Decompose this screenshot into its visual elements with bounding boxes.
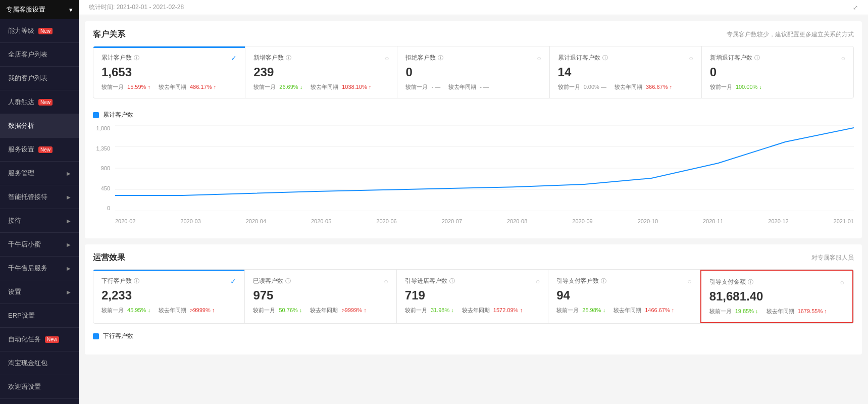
op-legend-label: 下行客户数 xyxy=(103,332,133,340)
arrow-icon-reception: ▶ xyxy=(67,218,71,224)
sidebar-item-after-sales[interactable]: 千牛售后服务▶ xyxy=(0,257,79,280)
x-label: 2020-11 xyxy=(703,218,723,224)
x-label: 2020-03 xyxy=(180,218,200,224)
arrow-icon-service-mgmt: ▶ xyxy=(67,171,71,176)
sidebar-item-label-ability: 能力等级New xyxy=(8,26,53,35)
sidebar-item-reach[interactable]: 人群触达New xyxy=(0,90,79,114)
sidebar-item-welcome[interactable]: 欢迎语设置 xyxy=(0,375,79,399)
sidebar: 专属客服设置 ▾ 能力等级New全店客户列表我的客户列表人群触达New数据分析服… xyxy=(0,0,79,404)
stat-card-cumulative[interactable]: 累计客户数ⓘ✓1,653较前一月 15.59% ↑较去年同期 486.17% ↑ xyxy=(93,46,245,98)
stat-card-new-unsub[interactable]: 新增退订客户数ⓘ○0较前一月 100.00% ↓ xyxy=(702,46,853,98)
info-icon-guided-pay-customers: ⓘ xyxy=(601,277,606,285)
x-label: 2020-06 xyxy=(376,218,396,224)
compare-month-rejected: 较前一月 - — xyxy=(405,83,440,91)
compare-year-sent-customers: 较去年同期 >9999% ↑ xyxy=(159,307,215,314)
stat-value-new: 239 xyxy=(253,65,389,79)
stat-circle-guided-pay-amount: ○ xyxy=(840,278,844,286)
badge-new-reach: New xyxy=(38,99,53,106)
compare-month-read-customers: 较前一月 50.76% ↓ xyxy=(253,307,302,314)
customer-relation-header: 客户关系 专属客户数较少，建议配置更多建立关系的方式 xyxy=(93,29,854,40)
stat-label-guided-enter: 引导进店客户数ⓘ xyxy=(405,277,455,285)
chart-plot xyxy=(115,125,854,211)
stat-label-rejected: 拒绝客户数ⓘ xyxy=(405,54,443,62)
sidebar-item-smart-host[interactable]: 智能托管接待▶ xyxy=(0,185,79,209)
legend-dot xyxy=(93,112,99,118)
sidebar-item-qianniu-bee[interactable]: 千牛店小蜜▶ xyxy=(0,233,79,257)
stat-circle-read-customers: ○ xyxy=(384,277,388,285)
sidebar-item-service-mgmt[interactable]: 服务管理▶ xyxy=(0,162,79,185)
stat-check-sent-customers: ✓ xyxy=(230,277,236,285)
op-legend-dot xyxy=(93,333,99,339)
sidebar-item-label-all-customers: 全店客户列表 xyxy=(8,50,47,59)
sidebar-item-data-analysis[interactable]: 数据分析 xyxy=(0,114,79,138)
stat-label-guided-pay-amount: 引导支付金额ⓘ xyxy=(709,278,753,286)
stat-value-guided-enter: 719 xyxy=(405,288,540,302)
stat-label-new-unsub: 新增退订客户数ⓘ xyxy=(710,54,760,62)
compare-year-cumulative-unsub: 较去年同期 366.67% ↑ xyxy=(615,83,672,91)
stat-card-guided-pay-customers[interactable]: 引导支付客户数ⓘ○94较前一月 25.98% ↓较去年同期 1466.67% ↑ xyxy=(548,270,700,323)
info-icon-sent-customers: ⓘ xyxy=(134,277,139,285)
sidebar-item-my-customers[interactable]: 我的客户列表 xyxy=(0,67,79,90)
stat-circle-new-unsub: ○ xyxy=(841,54,845,62)
chart-legend: 累计客户数 xyxy=(93,111,854,119)
stat-label-guided-pay-customers: 引导支付客户数ⓘ xyxy=(556,277,606,285)
stat-card-read-customers[interactable]: 已读客户数ⓘ○975较前一月 50.76% ↓较去年同期 >9999% ↑ xyxy=(245,270,396,323)
stat-card-sent-customers[interactable]: 下行客户数ⓘ✓2,233较前一月 45.95% ↓较去年同期 >9999% ↑ xyxy=(93,270,245,323)
stat-value-guided-pay-amount: 81,681.40 xyxy=(709,289,844,304)
sidebar-item-label-auto-tasks: 自动化任务New xyxy=(8,335,59,344)
operation-effect-section: 运营效果 对专属客服人员 下行客户数ⓘ✓2,233较前一月 45.95% ↓较去… xyxy=(85,244,862,355)
arrow-icon-settings: ▶ xyxy=(67,289,71,295)
line-chart-svg xyxy=(115,125,854,211)
x-label: 2020-05 xyxy=(311,218,331,224)
stat-card-cumulative-unsub[interactable]: 累计退订客户数ⓘ○14较前一月 0.00% —较去年同期 366.67% ↑ xyxy=(550,46,702,98)
stat-card-guided-enter[interactable]: 引导进店客户数ⓘ○719较前一月 31.98% ↓较去年同期 1572.09% … xyxy=(397,270,548,323)
sidebar-item-service-settings[interactable]: 服务设置New xyxy=(0,138,79,162)
date-range: 统计时间: 2021-02-01 - 2021-02-28 xyxy=(89,3,184,12)
y-label: 0 xyxy=(107,205,110,211)
x-label: 2021-01 xyxy=(834,218,854,224)
arrow-icon-after-sales: ▶ xyxy=(67,266,71,271)
stat-value-sent-customers: 2,233 xyxy=(101,288,236,302)
compare-year-read-customers: 较去年同期 >9999% ↑ xyxy=(310,307,366,314)
operation-effect-title: 运营效果 xyxy=(93,252,125,263)
x-label: 2020-12 xyxy=(768,218,788,224)
compare-month-new: 较前一月 26.69% ↓ xyxy=(253,83,302,91)
sidebar-item-reception[interactable]: 接待▶ xyxy=(0,209,79,233)
compare-year-guided-pay-amount: 较去年同期 1679.55% ↑ xyxy=(767,308,827,315)
x-label: 2020-10 xyxy=(638,218,658,224)
customer-relation-section: 客户关系 专属客户数较少，建议配置更多建立关系的方式 累计客户数ⓘ✓1,653较… xyxy=(85,21,862,238)
sidebar-item-hongbao[interactable]: 淘宝现金红包 xyxy=(0,351,79,375)
sidebar-item-erp[interactable]: ERP设置 xyxy=(0,304,79,328)
compare-month-sent-customers: 较前一月 45.95% ↓ xyxy=(101,307,150,314)
sidebar-item-label-service-mgmt: 服务管理 xyxy=(8,169,34,178)
sidebar-collapse-icon[interactable]: ▾ xyxy=(69,6,73,14)
sidebar-header[interactable]: 专属客服设置 ▾ xyxy=(0,0,79,19)
stat-circle-guided-pay-customers: ○ xyxy=(687,277,691,285)
stat-value-new-unsub: 0 xyxy=(710,65,845,79)
stat-value-cumulative-unsub: 14 xyxy=(558,65,693,79)
main-content: 统计时间: 2021-02-01 - 2021-02-28 ⤢ 客户关系 专属客… xyxy=(79,0,868,404)
info-icon-new-unsub: ⓘ xyxy=(754,54,760,62)
stat-circle-cumulative-unsub: ○ xyxy=(689,54,693,62)
stat-card-rejected[interactable]: 拒绝客户数ⓘ○0较前一月 - —较去年同期 - — xyxy=(397,46,549,98)
stat-value-read-customers: 975 xyxy=(253,288,388,302)
customer-relation-chart-area: 累计客户数 1,8001,3509004500 xyxy=(93,107,854,230)
topbar-expand-icon[interactable]: ⤢ xyxy=(853,4,858,11)
sidebar-item-settings[interactable]: 设置▶ xyxy=(0,280,79,304)
y-label: 900 xyxy=(101,165,110,171)
sidebar-item-label-qianniu-bee: 千牛店小蜜 xyxy=(8,240,41,249)
compare-year-cumulative: 较去年同期 486.17% ↑ xyxy=(159,83,216,91)
stat-card-guided-pay-amount[interactable]: 引导支付金额ⓘ○81,681.40较前一月 19.85% ↓较去年同期 1679… xyxy=(700,270,853,323)
stat-card-new[interactable]: 新增客户数ⓘ○239较前一月 26.69% ↓较去年同期 1038.10% ↑ xyxy=(245,46,397,98)
y-label: 1,800 xyxy=(96,125,110,131)
sidebar-title: 专属客服设置 xyxy=(6,5,45,14)
sidebar-item-auto-tasks[interactable]: 自动化任务New xyxy=(0,328,79,351)
x-label: 2020-04 xyxy=(246,218,266,224)
customer-relation-hint: 专属客户数较少，建议配置更多建立关系的方式 xyxy=(727,30,854,39)
y-axis: 1,8001,3509004500 xyxy=(93,125,113,211)
stat-value-guided-pay-customers: 94 xyxy=(556,288,691,302)
stat-circle-new: ○ xyxy=(385,54,389,62)
sidebar-item-all-customers[interactable]: 全店客户列表 xyxy=(0,43,79,67)
sidebar-item-ability[interactable]: 能力等级New xyxy=(0,19,79,43)
sidebar-item-label-reach: 人群触达New xyxy=(8,97,53,107)
